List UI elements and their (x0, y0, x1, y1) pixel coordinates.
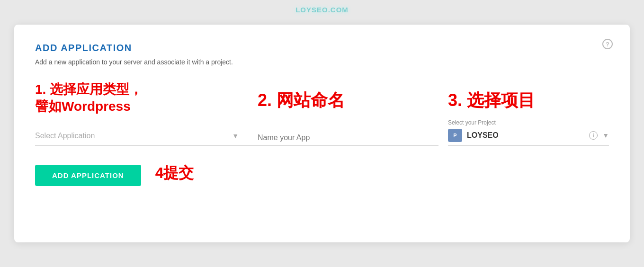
project-select-box[interactable]: P LOYSEO i ▼ (448, 129, 609, 146)
watermark: LOYSEO.COM (295, 6, 349, 14)
step3-annotation: 3. 选择项目 (448, 81, 609, 112)
help-icon[interactable]: ? (602, 39, 613, 49)
select-application-arrow: ▼ (232, 132, 239, 140)
step4-annotation: 4提交 (155, 163, 194, 184)
step2-annotation: 2. 网站命名 (258, 81, 438, 112)
page-title: ADD APPLICATION (35, 43, 609, 53)
project-icon: P (448, 129, 462, 142)
select-application-placeholder: Select Application (35, 132, 95, 140)
page-subtitle: Add a new application to your server and… (35, 58, 609, 66)
select-application-wrapper: Select Application ▼ (35, 130, 239, 146)
project-wrapper: Select your Project P LOYSEO i ▼ (438, 119, 609, 146)
project-info-icon[interactable]: i (589, 131, 598, 140)
step1-annotation: 1. 选择应用类型，譬如Wordpress (35, 81, 239, 116)
add-application-card: ? ADD APPLICATION Add a new application … (14, 25, 630, 242)
col-step3: 3. 选择项目 (438, 81, 609, 119)
project-label: Select your Project (448, 119, 609, 126)
name-input-wrapper (239, 134, 438, 146)
form-row: Select Application ▼ Select your Project… (35, 119, 609, 146)
project-dropdown-arrow: ▼ (602, 132, 609, 139)
annotation-row: 1. 选择应用类型，譬如Wordpress 2. 网站命名 3. 选择项目 (35, 81, 609, 119)
btn-row: ADD APPLICATION 4提交 (35, 161, 609, 186)
select-application-dropdown[interactable]: Select Application ▼ (35, 130, 239, 142)
add-application-button[interactable]: ADD APPLICATION (35, 165, 141, 186)
project-name: LOYSEO (467, 131, 584, 140)
col-step2: 2. 网站命名 (239, 81, 438, 119)
col-step1: 1. 选择应用类型，譬如Wordpress (35, 81, 239, 119)
app-name-input[interactable] (258, 134, 438, 142)
